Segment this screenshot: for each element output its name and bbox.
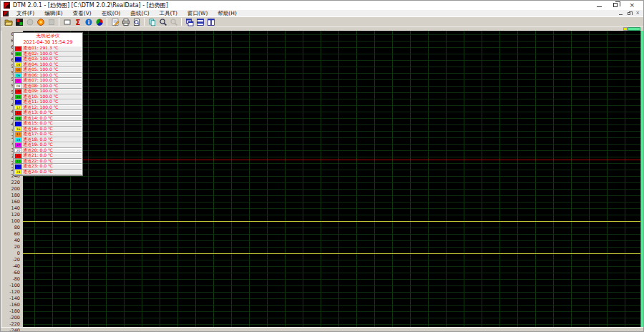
connect-icon[interactable]: [14, 17, 24, 26]
open-folder-icon[interactable]: [3, 17, 14, 26]
vertical-scroll-thumb[interactable]: [640, 31, 643, 327]
zoom-out-icon: [168, 17, 179, 26]
h-gridline: [23, 266, 640, 267]
tile-vertical-icon[interactable]: [205, 17, 216, 26]
h-gridline: [23, 189, 640, 190]
toolbar-separator: [181, 18, 182, 26]
y-tick-label: 20: [2, 244, 20, 250]
h-gridline: [23, 99, 640, 99]
pie-chart-icon[interactable]: [94, 17, 104, 26]
y-tick-label: -180: [2, 308, 20, 314]
h-gridline: [23, 240, 640, 241]
channel-color-swatch: 08: [15, 84, 21, 89]
v-gridline: [195, 31, 196, 327]
v-gridline: [321, 31, 321, 327]
realtime-icon[interactable]: [35, 17, 46, 26]
v-gridline: [231, 31, 232, 327]
v-gridline: [177, 31, 178, 327]
print-preview-icon[interactable]: [131, 17, 142, 26]
y-tick-label: -220: [2, 321, 20, 327]
menu-file[interactable]: 文件(F): [11, 10, 39, 16]
h-gridline: [23, 144, 640, 145]
legend-rows: 01通道01: 291.3 ℃02通道02: 100.0 ℃03通道03: 10…: [14, 46, 82, 175]
v-gridline: [428, 31, 429, 327]
h-gridline: [23, 163, 640, 164]
edit-note-icon[interactable]: [109, 17, 120, 26]
h-gridline: [23, 105, 640, 106]
h-gridline: [23, 137, 640, 138]
channel-color-swatch: 10: [15, 95, 21, 99]
v-gridline: [374, 31, 375, 327]
h-gridline: [23, 228, 640, 228]
minimize-icon: [619, 14, 623, 15]
v-gridline: [625, 31, 625, 327]
channel-color-swatch: 04: [15, 63, 21, 67]
channel-color-swatch: 23: [15, 165, 21, 169]
menu-window[interactable]: 窗口(W): [182, 10, 213, 16]
y-tick-label: 120: [2, 212, 20, 218]
h-gridline: [23, 260, 640, 260]
v-gridline: [338, 31, 339, 327]
v-gridline: [356, 31, 357, 327]
y-tick-label: -120: [2, 289, 20, 295]
restore-icon: [613, 3, 618, 7]
h-gridline: [23, 34, 640, 35]
child-window-controls: ×: [619, 10, 643, 16]
v-gridline: [464, 31, 464, 327]
record-icon: [24, 17, 35, 26]
channel-color-swatch: 06: [15, 74, 21, 78]
channel-color-swatch: 16: [15, 127, 21, 132]
legend-panel[interactable]: 无线记录仪 2021-04-30 15:54:29 01通道01: 291.3 …: [13, 32, 83, 176]
channel-color-swatch: 09: [15, 89, 21, 94]
trend-chart-region: 6806606406206005805605405205004804604404…: [1, 31, 643, 327]
plot-area[interactable]: [23, 31, 640, 327]
y-tick-label: -20: [2, 257, 20, 263]
child-close-button[interactable]: ×: [635, 11, 640, 16]
menu-online[interactable]: 在线(O): [97, 10, 126, 16]
copy-icon[interactable]: [147, 17, 157, 26]
v-gridline: [535, 31, 536, 327]
region-select-icon[interactable]: [62, 17, 72, 26]
minimize-button[interactable]: [597, 2, 602, 9]
v-gridline: [571, 31, 572, 327]
h-gridline: [23, 79, 640, 80]
child-restore-button[interactable]: [628, 10, 630, 16]
menu-curve[interactable]: 曲线(C): [126, 10, 155, 16]
restore-button[interactable]: [613, 2, 618, 9]
minimize-icon: [597, 6, 602, 7]
cascade-windows-icon[interactable]: [184, 17, 195, 26]
legend-row-24[interactable]: 24通道24: 0.0 ℃: [14, 170, 82, 175]
v-gridline: [285, 31, 286, 327]
menu-edit[interactable]: 编辑(E): [39, 10, 68, 16]
child-minimize-button[interactable]: [619, 10, 623, 16]
zoom-in-icon[interactable]: [157, 17, 168, 26]
print-icon[interactable]: [120, 17, 131, 26]
close-button[interactable]: ×: [629, 2, 635, 9]
v-gridline: [589, 31, 590, 327]
y-tick-label: 220: [2, 180, 20, 185]
menu-view[interactable]: 查看(V): [68, 10, 97, 16]
h-gridline: [23, 273, 640, 273]
h-gridline: [23, 125, 640, 125]
h-gridline: [23, 234, 640, 235]
channel-color-swatch: 14: [15, 117, 21, 121]
channel-color-swatch: 13: [15, 111, 21, 115]
h-gridline: [23, 279, 640, 280]
menu-tools[interactable]: 工具(T): [155, 10, 182, 16]
menu-help[interactable]: 帮助(H): [213, 10, 242, 16]
svg-text:Σ: Σ: [75, 19, 80, 26]
restore-icon: [628, 12, 630, 15]
sigma-icon[interactable]: Σ: [72, 17, 83, 26]
h-gridline: [23, 157, 640, 157]
h-gridline: [23, 298, 640, 299]
y-tick-label: 140: [2, 205, 20, 211]
h-gridline: [23, 47, 640, 48]
tile-horizontal-icon[interactable]: [195, 17, 205, 26]
channel-color-swatch: 01: [15, 47, 21, 51]
v-gridline: [482, 31, 482, 327]
y-tick-label: 200: [2, 186, 20, 192]
child-window-icon[interactable]: [3, 11, 9, 16]
channel-color-swatch: 22: [15, 160, 21, 164]
info-icon[interactable]: i: [83, 17, 94, 26]
y-tick-label: -160: [2, 302, 20, 308]
